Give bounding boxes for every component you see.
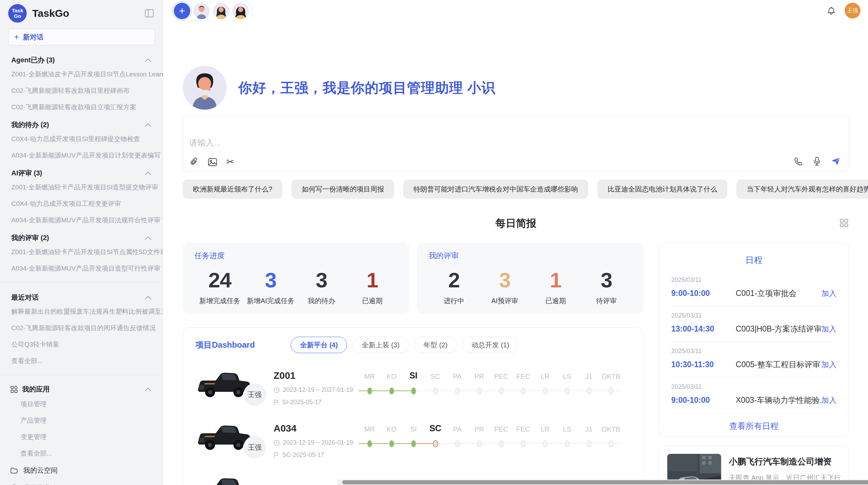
microphone-button[interactable] [813, 157, 821, 166]
join-link[interactable]: 加入 [821, 288, 836, 299]
suggestion-chip[interactable]: 欧洲新规最近颁布了什么? [183, 179, 282, 199]
sidebar-item[interactable]: Z001-全新燃油轻卡产品开发项目SI节点属性5D文件评审 [0, 244, 163, 260]
app-item[interactable]: 产品管理 [0, 412, 163, 429]
milestone[interactable]: FEC [512, 422, 534, 459]
section-header-my-todo[interactable]: 我的待办 (2) [0, 115, 163, 131]
sidebar-item[interactable]: A034-全新新能源MUV产品开发项目计划变更表编写 [0, 147, 163, 164]
recent-conversation-item[interactable]: 公司Q3轻卡销量 [0, 336, 163, 353]
dashboard-tab[interactable]: 年型 (2) [414, 337, 457, 353]
stat-value: 3 [245, 268, 296, 292]
scrollbar-thumb[interactable] [342, 480, 868, 484]
assistant-avatar[interactable] [193, 3, 210, 19]
join-link[interactable]: 加入 [821, 395, 836, 406]
layout-toggle-button[interactable] [840, 219, 848, 227]
milestone[interactable]: MR [359, 369, 381, 406]
milestone[interactable]: LS [556, 369, 578, 406]
project-info: A034 2023-12-19 ~ 2026-01-19 SC-2025-05-… [274, 422, 359, 459]
sidebar-item[interactable]: C0X4-动力总成开发项目SI里程碑提交物检查 [0, 131, 163, 147]
stat-item[interactable]: 2 进行中 [429, 268, 479, 306]
chat-input[interactable]: 请输入... ✂ [183, 116, 849, 172]
milestone[interactable]: SI [402, 422, 424, 459]
sidebar-item-favorites[interactable]: 我的收藏 [0, 479, 163, 485]
sidebar-item[interactable]: A034-全新新能源MUV产品开发项目法规符合性评审 [0, 212, 163, 228]
dashboard-tab[interactable]: 全新平台 (4) [291, 337, 347, 353]
project-row[interactable]: 王强 Z001 2023-12-19 ~ 2027-01-19 [195, 369, 631, 406]
milestone[interactable]: KO [381, 422, 402, 459]
horizontal-scrollbar[interactable] [337, 480, 868, 485]
milestone[interactable]: MR [359, 422, 381, 459]
stat-item[interactable]: 1 已逾期 [347, 268, 398, 306]
sidebar-item[interactable]: A034-全新新能源MUV产品开发项目造型可行性评审 [0, 260, 163, 277]
milestone[interactable]: J1 [578, 422, 600, 459]
stat-item[interactable]: 24 新增完成任务 [194, 268, 245, 306]
send-button[interactable] [831, 157, 841, 166]
milestone[interactable]: PR [468, 369, 490, 406]
new-chat-button[interactable]: + 新对话 [8, 29, 155, 45]
app-item[interactable]: 变更管理 [0, 429, 163, 445]
view-all-schedule-link[interactable]: 查看所有日程 [671, 421, 836, 432]
milestone[interactable]: PR [468, 422, 490, 459]
stat-item[interactable]: 3 AI预评审 [479, 268, 530, 306]
milestone[interactable]: OKTB [600, 422, 622, 459]
app-item[interactable]: 项目管理 [0, 396, 163, 412]
milestone-node [565, 387, 570, 395]
news-card[interactable]: 小鹏飞行汽车制造公司增资 天眼查 App 显示，近日广州汇天飞行汽... [659, 446, 849, 485]
suggestion-chip[interactable]: 特朗普可能对进口汽车增税会对中国车企造成哪些影响 [403, 179, 588, 199]
sidebar-item[interactable]: C0X4-动力总成开发项目工程变更评审 [0, 196, 163, 212]
milestone[interactable]: SC [424, 422, 446, 459]
insert-image-button[interactable] [208, 158, 217, 166]
suggestion-chip[interactable]: 当下年轻人对汽车外观有怎样的喜好趋势 [736, 179, 868, 199]
milestone[interactable]: PA [446, 369, 468, 406]
join-link[interactable]: 加入 [821, 360, 836, 370]
voice-call-button[interactable] [794, 157, 803, 166]
dashboard-tab[interactable]: 全新上装 (3) [352, 337, 409, 353]
sidebar-item[interactable]: C02-飞腾新能源轻客改款项目立项汇报方案 [0, 99, 163, 115]
stat-item[interactable]: 3 我的待办 [296, 268, 347, 306]
stat-item[interactable]: 1 已逾期 [530, 268, 581, 306]
milestone[interactable]: SI [402, 369, 424, 406]
recent-conversation-item[interactable]: C02-飞腾新能源轻客改款项目的闭环通告反馈情况 [0, 320, 163, 336]
notifications-button[interactable] [827, 6, 836, 15]
collapse-sidebar-button[interactable] [145, 9, 154, 18]
milestone[interactable]: KO [381, 369, 402, 406]
milestone[interactable]: LR [534, 422, 556, 459]
dashboard-tab[interactable]: 动总开发 (1) [462, 337, 518, 353]
sidebar-item[interactable]: Z001-全新燃油皮卡产品开发项目SI节点Lesson Learn报告 [0, 66, 163, 83]
recent-conversation-item[interactable]: 解释最新出台的欧盟报废车法规再生塑料比例被调至15%... [0, 303, 163, 320]
recent-conversation-item[interactable]: 查看全部... [0, 353, 163, 369]
snippet-button[interactable]: ✂ [226, 157, 234, 167]
milestone[interactable]: PA [446, 422, 468, 459]
assistant-avatar[interactable] [213, 3, 229, 19]
stat-item[interactable]: 3 待评审 [581, 268, 632, 306]
section-header-recent[interactable]: 最近对话 [0, 288, 163, 303]
section-header-my-review[interactable]: 我的评审 (2) [0, 228, 163, 244]
milestone[interactable]: LR [534, 369, 556, 406]
add-assistant-button[interactable]: + [174, 3, 190, 19]
sidebar-item-my-apps[interactable]: 我的应用 [0, 381, 163, 396]
milestone[interactable]: FEC [512, 369, 534, 406]
suggestion-chip[interactable]: 如何写一份清晰的项目周报 [291, 179, 394, 199]
section-header-agent-done[interactable]: Agent已办 (3) [0, 51, 163, 66]
sidebar-item[interactable]: C02-飞腾新能源轻客改款项目里程碑画布 [0, 83, 163, 99]
milestone[interactable]: J1 [578, 369, 600, 406]
join-link[interactable]: 加入 [821, 324, 836, 334]
milestone[interactable]: OKTB [600, 369, 622, 406]
milestone[interactable]: PEC [490, 422, 512, 459]
sidebar-item-cloud-space[interactable]: 我的云空间 [0, 462, 163, 479]
project-row[interactable]: 王强 A034 2023-12-19 ~ 2026-01-19 [195, 422, 631, 459]
app-item[interactable]: 查看全部... [0, 445, 163, 462]
user-avatar[interactable]: 王强 [845, 3, 860, 18]
section-title: Agent已办 (3) [11, 55, 145, 65]
milestone[interactable]: SC [424, 369, 446, 406]
section-header-ai-review[interactable]: AI评审 (3) [0, 164, 163, 179]
project-name: A034 [274, 423, 359, 434]
sidebar-item[interactable]: Z001-全新燃油轻卡产品开发项目SI造型提交物评审 [0, 179, 163, 196]
milestone[interactable]: LS [556, 422, 578, 459]
stat-item[interactable]: 3 新增AI完成任务 [245, 268, 296, 306]
briefing-left-column: 任务进度 24 新增完成任务 3 [183, 242, 643, 485]
assistant-avatar[interactable] [232, 3, 249, 19]
topbar-right: 王强 [827, 3, 860, 18]
suggestion-chip[interactable]: 比亚迪全固态电池计划具体说了什么 [597, 179, 727, 199]
milestone[interactable]: PEC [490, 369, 512, 406]
attach-file-button[interactable] [190, 157, 199, 167]
